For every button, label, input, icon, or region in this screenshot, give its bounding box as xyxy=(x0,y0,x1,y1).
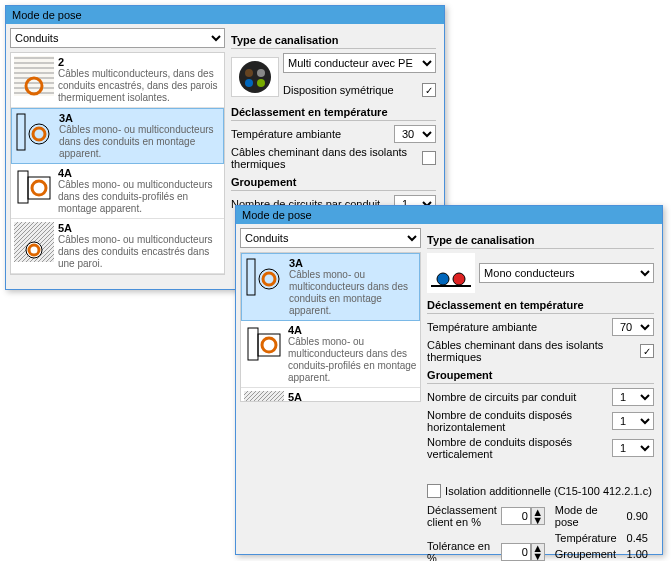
tol-label: Tolérance en % xyxy=(427,540,497,561)
list-item[interactable]: 3ACâbles mono- ou multiconducteurs dans … xyxy=(241,253,420,321)
svg-rect-25 xyxy=(247,259,255,295)
svg-point-35 xyxy=(437,273,449,285)
canal-heading: Type de canalisation xyxy=(427,234,654,249)
item-desc: Câbles mono- ou multiconducteurs dans de… xyxy=(58,179,221,215)
item-code: 4A xyxy=(58,167,221,179)
ncv-select[interactable]: 1 xyxy=(612,439,654,457)
svg-point-27 xyxy=(263,273,275,285)
item-desc: Câbles mono- ou multiconducteurs dans de… xyxy=(288,336,417,384)
nbc-label: Nombre de circuits par conduit xyxy=(427,391,608,403)
iso-add-checkbox[interactable] xyxy=(427,484,441,498)
window-mode-de-pose-2: Mode de pose Conduits 3ACâbles mono- ou … xyxy=(235,205,663,555)
declass-heading: Déclassement en température xyxy=(231,106,436,121)
mode-list: 2Câbles multiconducteurs, dans des condu… xyxy=(10,52,225,275)
ambient-label: Température ambiante xyxy=(231,128,390,140)
cable-icon xyxy=(14,222,54,262)
svg-point-23 xyxy=(245,79,253,87)
svg-rect-32 xyxy=(244,391,284,402)
sym-checkbox[interactable]: ✓ xyxy=(422,83,436,97)
svg-point-12 xyxy=(33,128,45,140)
cable-cross-section-icon xyxy=(231,57,279,97)
svg-rect-28 xyxy=(248,328,258,360)
list-item[interactable]: 5ACâbles mono- ou multiconducteurs dans … xyxy=(11,219,224,274)
decl-client-spin[interactable]: ▲▼ xyxy=(501,507,545,525)
list-item[interactable]: 5ACâbles mono- ou multiconducteurs dans … xyxy=(241,388,420,402)
list-item[interactable]: 3ACâbles mono- ou multiconducteurs dans … xyxy=(11,108,224,164)
cable-icon xyxy=(15,112,55,152)
item-code: 3A xyxy=(289,257,416,269)
svg-point-20 xyxy=(239,61,271,93)
list-item[interactable]: 4ACâbles mono- ou multiconducteurs dans … xyxy=(11,164,224,219)
group-heading: Groupement xyxy=(231,176,436,191)
iso-label: Câbles cheminant dans des isolants therm… xyxy=(427,339,636,363)
coeff-value: 1.00 xyxy=(623,547,652,561)
coeff-row: Température0.45 xyxy=(551,531,652,545)
svg-rect-0 xyxy=(14,56,54,96)
coeff-value: 0.45 xyxy=(623,531,652,545)
ambient-select[interactable]: 70 xyxy=(612,318,654,336)
cable-icon xyxy=(244,324,284,364)
item-code: 2 xyxy=(58,56,221,68)
item-code: 5A xyxy=(288,391,417,402)
coeff-table: Mode de pose0.90Température0.45Groupemen… xyxy=(549,501,654,561)
ambient-select[interactable]: 30 xyxy=(394,125,436,143)
cable-icon xyxy=(245,257,285,297)
item-desc: Câbles mono- ou multiconducteurs dans de… xyxy=(59,124,220,160)
nch-label: Nombre de conduits disposés horizontalem… xyxy=(427,409,608,433)
coeff-label: Groupement xyxy=(551,547,621,561)
cable-icon xyxy=(14,56,54,96)
svg-point-22 xyxy=(257,69,265,77)
titlebar[interactable]: Mode de pose xyxy=(236,206,662,224)
decl-client-label: Déclassement client en % xyxy=(427,504,497,528)
svg-rect-10 xyxy=(17,114,25,150)
ambient-label: Température ambiante xyxy=(427,321,608,333)
item-code: 3A xyxy=(59,112,220,124)
tol-spin[interactable]: ▲▼ xyxy=(501,543,545,561)
iso-checkbox[interactable]: ✓ xyxy=(640,344,654,358)
svg-rect-13 xyxy=(18,171,28,203)
svg-point-24 xyxy=(257,79,265,87)
iso-add-label: Isolation additionnelle (C15-100 412.2.1… xyxy=(445,485,652,497)
list-item[interactable]: 2Câbles multiconducteurs, dans des condu… xyxy=(11,53,224,108)
declass-heading: Déclassement en température xyxy=(427,299,654,314)
svg-rect-37 xyxy=(431,285,471,287)
coeff-row: Mode de pose0.90 xyxy=(551,503,652,529)
canal-heading: Type de canalisation xyxy=(231,34,436,49)
titlebar[interactable]: Mode de pose xyxy=(6,6,444,24)
list-item[interactable]: 4ACâbles mono- ou multiconducteurs dans … xyxy=(241,321,420,388)
item-desc: Câbles multiconducteurs, dans des condui… xyxy=(58,68,221,104)
svg-point-36 xyxy=(453,273,465,285)
coeff-value: 0.90 xyxy=(623,503,652,529)
iso-label: Câbles cheminant dans des isolants therm… xyxy=(231,146,418,170)
sym-label: Disposition symétrique xyxy=(283,84,418,96)
mode-dropdown[interactable]: Conduits xyxy=(240,228,421,248)
canalisation-select[interactable]: Mono conducteurs xyxy=(479,263,654,283)
item-desc: Câbles mono- ou multiconducteurs dans de… xyxy=(289,269,416,317)
canalisation-select[interactable]: Multi conducteur avec PE xyxy=(283,53,436,73)
nch-select[interactable]: 1 xyxy=(612,412,654,430)
svg-point-30 xyxy=(262,338,276,352)
svg-point-21 xyxy=(245,69,253,77)
coeff-label: Température xyxy=(551,531,621,545)
coeff-row: Groupement1.00 xyxy=(551,547,652,561)
item-code: 5A xyxy=(58,222,221,234)
item-code: 4A xyxy=(288,324,417,336)
group-heading: Groupement xyxy=(427,369,654,384)
nbc-select[interactable]: 1 xyxy=(612,388,654,406)
mode-dropdown[interactable]: Conduits xyxy=(10,28,225,48)
iso-checkbox[interactable] xyxy=(422,151,436,165)
mono-conductor-icon xyxy=(427,253,475,293)
item-desc: Câbles mono- ou multiconducteurs dans de… xyxy=(58,234,221,270)
mode-list: 3ACâbles mono- ou multiconducteurs dans … xyxy=(240,252,421,402)
ncv-label: Nombre de conduits disposés verticalemen… xyxy=(427,436,608,460)
svg-point-15 xyxy=(32,181,46,195)
cable-icon xyxy=(14,167,54,207)
cable-icon xyxy=(244,391,284,402)
coeff-label: Mode de pose xyxy=(551,503,621,529)
